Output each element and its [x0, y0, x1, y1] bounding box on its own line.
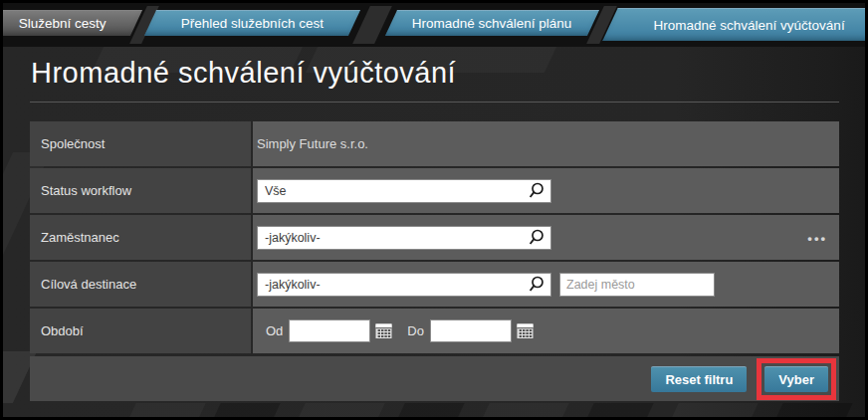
- background-decoration: [671, 403, 758, 417]
- search-icon[interactable]: [527, 228, 545, 247]
- background-decoration: [213, 403, 280, 417]
- period-to-input[interactable]: [430, 319, 512, 342]
- background-decoration: [128, 403, 205, 417]
- form-row-period: Období Od Do: [30, 309, 839, 353]
- tab-hromadne-schvaleni-planu[interactable]: Hromadné schválení plánu: [385, 10, 599, 36]
- period-to-label: Do: [407, 323, 424, 338]
- select-button[interactable]: Vyber: [764, 366, 828, 392]
- background-decoration: [482, 403, 568, 417]
- highlight-annotation-red-box: Vyber: [757, 358, 836, 400]
- page-title: Hromadné schválení vyúčtování: [31, 53, 456, 93]
- tab-prehled-sluzebnich-cest[interactable]: Přehled služebních cest: [144, 10, 360, 36]
- employee-input[interactable]: [258, 227, 527, 249]
- tab-hromadne-schvaleni-vyuctovani[interactable]: Hromadné schválení vyúčtování: [602, 8, 865, 41]
- page-background: Služební cesty Přehled služebních cest H…: [3, 3, 865, 417]
- top-tab-bar: Služební cesty Přehled služebních cest H…: [3, 3, 865, 47]
- period-from-label: Od: [266, 323, 283, 338]
- tab-label: Služební cesty: [19, 16, 107, 31]
- calendar-icon[interactable]: [374, 321, 393, 340]
- status-workflow-combo[interactable]: [257, 179, 551, 203]
- status-workflow-label: Status workflow: [30, 168, 251, 213]
- tab-label: Přehled služebních cest: [181, 16, 324, 31]
- tab-label: Hromadné schválení plánu: [412, 16, 572, 31]
- company-value: Simply Future s.r.o.: [257, 136, 368, 151]
- destination-combo[interactable]: [257, 273, 551, 297]
- form-row-company: Společnost Simply Future s.r.o.: [30, 121, 839, 166]
- destination-label: Cílová destinace: [30, 262, 251, 307]
- background-decoration: [586, 403, 653, 417]
- employee-label: Zaměstnanec: [30, 215, 251, 260]
- form-row-destination: Cílová destinace: [30, 262, 839, 307]
- city-input[interactable]: [559, 273, 715, 297]
- period-from-input[interactable]: [289, 319, 370, 342]
- employee-combo[interactable]: [257, 226, 551, 250]
- filter-action-bar: Reset filtru Vyber: [30, 356, 839, 401]
- calendar-icon[interactable]: [516, 321, 535, 340]
- more-options-icon[interactable]: •••: [807, 230, 827, 245]
- reset-filter-button[interactable]: Reset filtru: [651, 366, 747, 392]
- search-icon[interactable]: [527, 275, 545, 294]
- tab-sluzebni-cesty[interactable]: Služební cesty: [3, 10, 142, 36]
- form-row-status-workflow: Status workflow: [30, 168, 839, 213]
- title-divider: [30, 102, 839, 103]
- background-decoration: [397, 403, 464, 417]
- form-row-employee: Zaměstnanec •••: [30, 215, 839, 260]
- app-window: Služební cesty Přehled služebních cest H…: [0, 0, 868, 420]
- company-label: Společnost: [30, 121, 251, 166]
- tab-label: Hromadné schválení vyúčtování: [654, 18, 845, 33]
- filter-form: Společnost Simply Future s.r.o. Status w…: [30, 121, 839, 355]
- period-label: Období: [30, 309, 251, 353]
- destination-input[interactable]: [258, 274, 527, 296]
- status-workflow-input[interactable]: [258, 180, 527, 202]
- background-decoration: [298, 403, 384, 417]
- search-icon[interactable]: [527, 181, 545, 200]
- background-decoration: [775, 403, 852, 417]
